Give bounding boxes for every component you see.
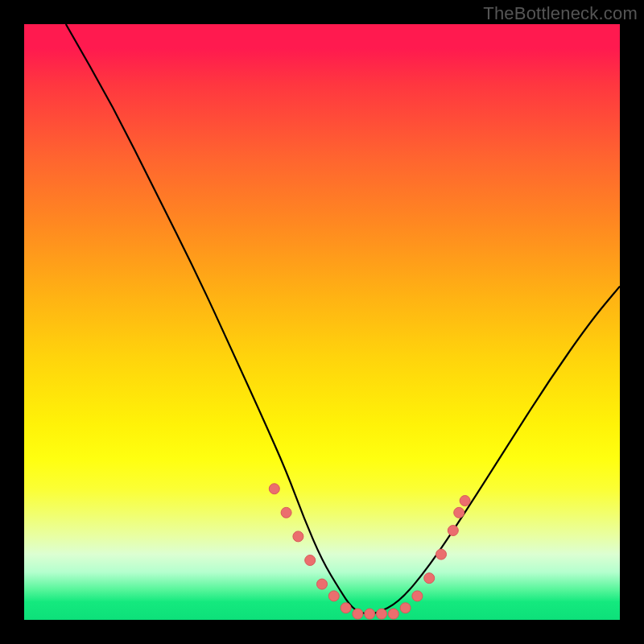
data-marker	[317, 579, 328, 589]
data-marker	[328, 591, 339, 601]
data-marker	[388, 609, 398, 619]
data-marker	[436, 549, 447, 559]
plot-area	[24, 24, 620, 620]
chart-frame: TheBottleneck.com	[0, 0, 644, 644]
data-marker	[448, 526, 458, 536]
data-marker	[293, 531, 303, 542]
chart-svg	[24, 24, 620, 620]
data-marker	[365, 609, 375, 619]
data-marker	[454, 507, 464, 518]
data-marker	[353, 609, 363, 619]
data-marker	[424, 573, 435, 584]
data-marker	[269, 484, 279, 494]
watermark-text: TheBottleneck.com	[483, 3, 638, 24]
data-marker	[305, 555, 316, 566]
data-marker	[341, 603, 351, 613]
data-marker	[377, 609, 387, 619]
data-marker	[400, 603, 411, 613]
data-marker	[412, 591, 423, 601]
data-marker	[281, 507, 291, 518]
data-marker	[460, 496, 470, 506]
bottleneck-curve	[66, 24, 620, 614]
